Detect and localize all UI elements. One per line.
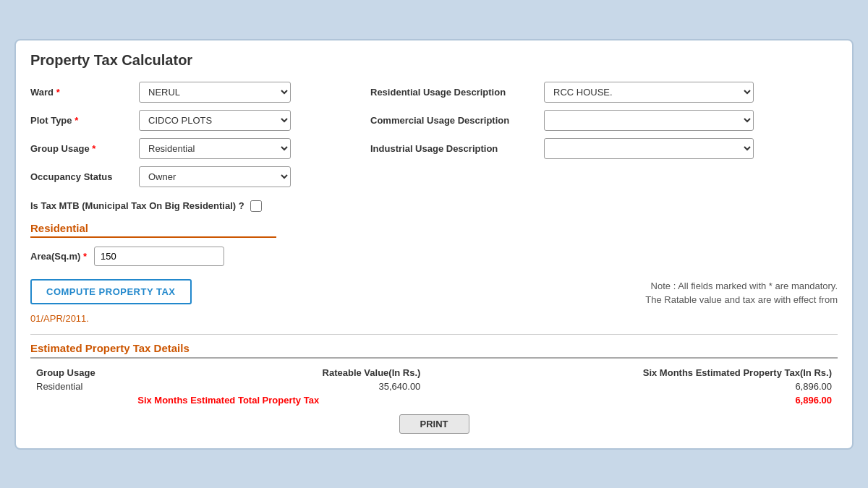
mtb-row: Is Tax MTB (Municipal Tax On Big Residen… bbox=[30, 200, 838, 212]
plot-type-label: Plot Type * bbox=[30, 115, 139, 126]
area-label: Area(Sq.m) * bbox=[30, 251, 87, 262]
res-usage-row: Residential Usage Description RCC HOUSE. bbox=[370, 82, 838, 103]
total-value: 6,896.00 bbox=[426, 393, 838, 407]
print-button[interactable]: PRINT bbox=[399, 414, 469, 434]
mtb-checkbox[interactable] bbox=[250, 200, 262, 212]
note-line2: The Ratable value and tax are with effec… bbox=[645, 293, 838, 307]
note-text: Note : All fields marked with * are mand… bbox=[645, 279, 838, 307]
plot-type-select[interactable]: CIDCO PLOTS bbox=[139, 110, 291, 131]
ind-usage-label: Industrial Usage Description bbox=[370, 143, 544, 154]
col2-header: Rateable Value(In Rs.) bbox=[185, 366, 426, 380]
ward-label: Ward * bbox=[30, 87, 139, 98]
residential-section-heading: Residential bbox=[30, 222, 276, 238]
row1-col3: 6,896.00 bbox=[426, 380, 838, 393]
mtb-label: Is Tax MTB (Municipal Tax On Big Residen… bbox=[30, 200, 244, 211]
ward-required: * bbox=[56, 87, 60, 98]
effective-date: 01/APR/2011. bbox=[30, 313, 838, 324]
compute-button[interactable]: COMPUTE PROPERTY TAX bbox=[30, 279, 192, 304]
estimated-section-title: Estimated Property Tax Details bbox=[30, 342, 838, 359]
occupancy-select[interactable]: Owner Tenant bbox=[139, 166, 291, 187]
form-section: Ward * NERUL Plot Type * CIDCO PLOTS bbox=[30, 82, 838, 194]
calculator-container: Property Tax Calculator Ward * NERUL Plo… bbox=[14, 39, 854, 450]
print-row: PRINT bbox=[30, 414, 838, 434]
group-usage-row: Group Usage * Residential Commercial Ind… bbox=[30, 138, 356, 159]
total-row: Six Months Estimated Total Property Tax … bbox=[30, 393, 838, 407]
results-header-row: Group Usage Rateable Value(In Rs.) Six M… bbox=[30, 366, 838, 380]
divider bbox=[30, 334, 838, 335]
occupancy-label: Occupancy Status bbox=[30, 171, 139, 182]
group-required: * bbox=[92, 143, 95, 154]
row1-col2: 35,640.00 bbox=[185, 380, 426, 393]
row1-col1: Residential bbox=[30, 380, 185, 393]
com-usage-label: Commercial Usage Description bbox=[370, 115, 544, 126]
plot-type-row: Plot Type * CIDCO PLOTS bbox=[30, 110, 356, 131]
com-usage-select[interactable] bbox=[544, 110, 754, 131]
res-usage-select[interactable]: RCC HOUSE. bbox=[544, 82, 754, 103]
col1-header: Group Usage bbox=[30, 366, 185, 380]
page-title: Property Tax Calculator bbox=[30, 52, 838, 69]
area-input[interactable] bbox=[94, 247, 224, 266]
results-data-row: Residential 35,640.00 6,896.00 bbox=[30, 380, 838, 393]
group-usage-label: Group Usage * bbox=[30, 143, 139, 154]
left-column: Ward * NERUL Plot Type * CIDCO PLOTS bbox=[30, 82, 356, 194]
ind-usage-select[interactable] bbox=[544, 138, 754, 159]
note-line1: Note : All fields marked with * are mand… bbox=[645, 279, 838, 294]
group-usage-select[interactable]: Residential Commercial Industrial bbox=[139, 138, 291, 159]
occupancy-row: Occupancy Status Owner Tenant bbox=[30, 166, 356, 187]
col3-header: Six Months Estimated Property Tax(In Rs.… bbox=[426, 366, 838, 380]
total-label: Six Months Estimated Total Property Tax bbox=[30, 393, 426, 407]
res-usage-label: Residential Usage Description bbox=[370, 87, 544, 98]
ward-row: Ward * NERUL bbox=[30, 82, 356, 103]
right-column: Residential Usage Description RCC HOUSE.… bbox=[370, 82, 838, 194]
action-note-row: COMPUTE PROPERTY TAX Note : All fields m… bbox=[30, 279, 838, 307]
plot-required: * bbox=[75, 115, 78, 126]
ward-select[interactable]: NERUL bbox=[139, 82, 291, 103]
ind-usage-row: Industrial Usage Description bbox=[370, 138, 838, 159]
results-table: Group Usage Rateable Value(In Rs.) Six M… bbox=[30, 366, 838, 407]
com-usage-row: Commercial Usage Description bbox=[370, 110, 838, 131]
area-row: Area(Sq.m) * bbox=[30, 247, 838, 266]
area-required: * bbox=[83, 251, 87, 262]
